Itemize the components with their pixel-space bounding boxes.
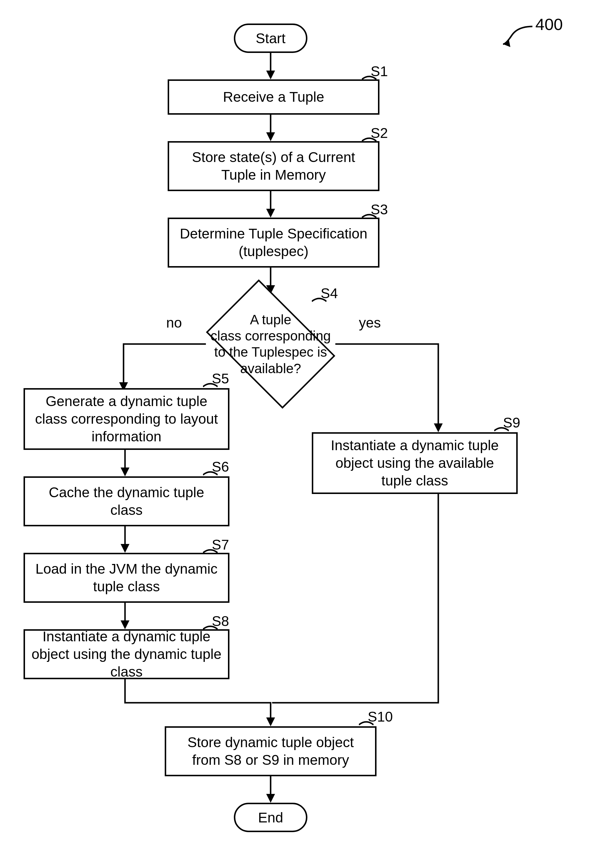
arrow-s4-no-s5 — [121, 341, 209, 391]
label-s9-tick — [494, 425, 509, 432]
flowchart-canvas: 400 Start S1 Receive a Tuple S2 Store st… — [0, 0, 598, 868]
step-s5: Generate a dynamic tuple class correspon… — [24, 388, 229, 450]
svg-marker-2 — [266, 70, 275, 79]
step-s7: Load in the JVM the dynamic tuple class — [24, 553, 229, 603]
arrow-s1-s2 — [266, 115, 275, 141]
label-s6-tick — [203, 469, 218, 476]
svg-marker-12 — [121, 468, 129, 476]
step-s10: Store dynamic tuple object from S8 or S9… — [165, 726, 377, 776]
figure-ref-arrow — [500, 24, 538, 50]
s4-text-l3: to the Tuplespec is — [214, 345, 327, 359]
step-s1: Receive a Tuple — [167, 79, 380, 115]
label-s5-tick — [203, 381, 218, 388]
step-s2: Store state(s) of a Current Tuple in Mem… — [167, 141, 380, 191]
svg-marker-17 — [266, 717, 275, 726]
arrow-start-s1 — [266, 53, 275, 79]
arrow-s4-yes-s9 — [332, 341, 441, 432]
arrow-s10-end — [266, 776, 275, 803]
svg-marker-10 — [434, 424, 443, 432]
label-yes: yes — [359, 315, 381, 331]
arrow-s8-merge — [121, 679, 274, 726]
svg-marker-6 — [266, 209, 275, 218]
arrow-s6-s7 — [121, 526, 129, 553]
svg-marker-14 — [121, 544, 129, 553]
arrow-s2-s3 — [266, 191, 275, 218]
start-terminator: Start — [234, 24, 307, 53]
arrow-s9-merge — [268, 494, 444, 706]
label-no: no — [166, 315, 182, 331]
s4-text-l1: A tuple — [250, 312, 292, 327]
label-s10-tick — [359, 719, 374, 726]
figure-ref-400: 400 — [535, 15, 563, 34]
step-s9: Instantiate a dynamic tuple object using… — [312, 432, 518, 494]
svg-marker-0 — [503, 40, 510, 47]
step-s3: Determine Tuple Specification (tuplespec… — [167, 218, 380, 268]
end-terminator: End — [234, 803, 307, 832]
s4-text-l4: available? — [240, 361, 301, 376]
step-s6: Cache the dynamic tuple class — [24, 476, 229, 526]
step-s8: Instantiate a dynamic tuple object using… — [24, 629, 229, 679]
svg-marker-19 — [266, 794, 275, 803]
arrow-s5-s6 — [121, 450, 129, 476]
svg-marker-4 — [266, 132, 275, 141]
arrow-s7-s8 — [121, 603, 129, 629]
s4-text-l2: class corresponding — [210, 328, 330, 343]
